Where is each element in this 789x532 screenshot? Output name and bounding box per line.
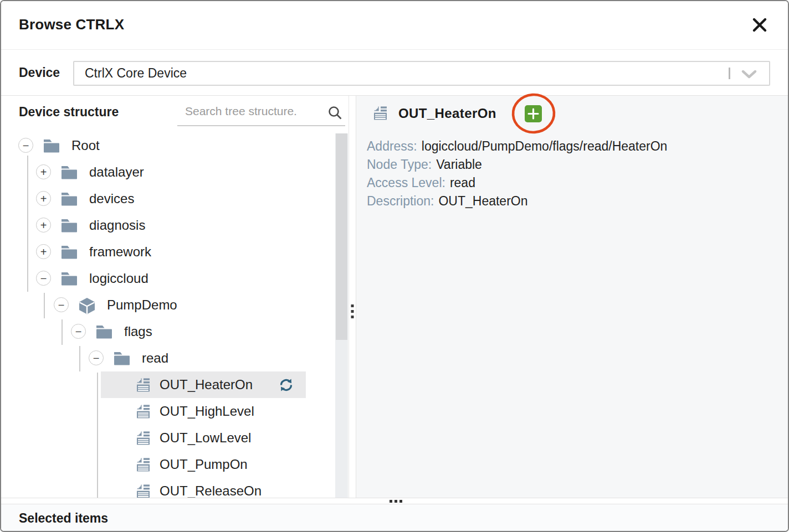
expander-plus-button[interactable]: +: [36, 244, 51, 259]
tree-item[interactable]: OUT_HeaterOn: [1, 371, 332, 398]
expander-plus-button[interactable]: +: [36, 164, 51, 179]
expander-minus-button[interactable]: −: [54, 297, 69, 312]
variable-icon: [136, 483, 151, 498]
expander-minus-button[interactable]: −: [89, 350, 104, 365]
folder-icon: [61, 191, 78, 208]
node-title: OUT_HeaterOn: [398, 106, 496, 121]
expander-minus-button[interactable]: −: [18, 138, 33, 153]
folder-icon: [96, 324, 112, 341]
tree-item-label: flags: [124, 318, 152, 345]
folder-icon: [61, 164, 78, 182]
folder-icon: [114, 350, 130, 368]
folder-icon: [43, 138, 60, 155]
select-separator: [729, 68, 730, 79]
detail-fields: Address:logiccloud/PumpDemo/flags/read/H…: [367, 137, 667, 210]
browse-ctrlx-dialog: Browse CTRLX Device CtrlX Core Device De…: [0, 0, 789, 532]
node-detail-panel: OUT_HeaterOn Address:logiccloud/PumpDemo…: [356, 96, 788, 498]
folder-icon: [61, 244, 78, 261]
tree-item[interactable]: OUT_LowLevel: [1, 425, 332, 451]
field-value: OUT_HeaterOn: [438, 194, 527, 208]
splitter-handle-dots: [351, 304, 354, 318]
dialog-header: Browse CTRLX: [1, 1, 788, 50]
field-label: Access Level:: [367, 175, 445, 190]
expander-plus-button[interactable]: +: [36, 218, 51, 233]
device-tree: −Root+datalayer+devices+diagnosis+framew…: [1, 96, 349, 498]
tree-scrollbar-track[interactable]: [335, 133, 348, 498]
bottom-splitter[interactable]: [1, 498, 788, 504]
dialog-window: Browse CTRLX Device CtrlX Core Device De…: [0, 0, 789, 532]
plus-icon: [525, 105, 542, 122]
field-value: Variable: [436, 157, 482, 172]
tree-item[interactable]: +diagnosis: [1, 212, 332, 239]
variable-icon: [136, 457, 151, 474]
tree-item[interactable]: OUT_HighLevel: [1, 398, 332, 425]
folder-icon: [61, 218, 78, 235]
chevron-down-icon: [741, 70, 757, 79]
tree-item[interactable]: −Root: [1, 132, 332, 159]
tree-item[interactable]: +datalayer: [1, 159, 332, 185]
expander-minus-button[interactable]: −: [36, 271, 51, 286]
detail-field: Access Level:read: [367, 174, 667, 192]
tree-item[interactable]: −read: [1, 345, 332, 371]
dialog-title: Browse CTRLX: [19, 16, 124, 33]
detail-field: Description:OUT_HeaterOn: [367, 192, 667, 210]
expander-minus-button[interactable]: −: [71, 324, 86, 339]
variable-icon: [136, 430, 151, 448]
variable-icon: [373, 105, 388, 123]
folder-icon: [61, 271, 78, 288]
tree-item-label: Root: [71, 132, 100, 159]
tree-item[interactable]: OUT_ReleaseOn: [1, 478, 332, 498]
refresh-icon[interactable]: [279, 378, 294, 395]
tree-item[interactable]: −PumpDemo: [1, 292, 332, 318]
expander-plus-button[interactable]: +: [36, 191, 51, 206]
tree-scrollbar-thumb[interactable]: [336, 133, 347, 340]
close-icon: [752, 17, 767, 33]
tree-item-label: devices: [89, 185, 134, 212]
device-row: Device CtrlX Core Device: [1, 50, 788, 96]
tree-item[interactable]: OUT_PumpOn: [1, 451, 332, 478]
tree-item-label: OUT_PumpOn: [160, 451, 248, 478]
tree-item-label: datalayer: [89, 159, 144, 185]
tree-item-label: read: [142, 345, 168, 371]
tree-item-label: OUT_LowLevel: [160, 425, 251, 451]
field-label: Description:: [367, 194, 434, 208]
tree-item[interactable]: −flags: [1, 318, 332, 345]
device-select-value: CtrlX Core Device: [85, 62, 187, 85]
add-node-button[interactable]: [525, 105, 542, 122]
panel-splitter[interactable]: [349, 96, 356, 498]
field-value: read: [450, 175, 475, 190]
tree-item-label: diagnosis: [89, 212, 145, 239]
tree-item-label: OUT_HighLevel: [160, 398, 254, 425]
tree-item-label: OUT_ReleaseOn: [160, 478, 262, 498]
detail-field: Node Type:Variable: [367, 156, 667, 174]
tree-item-label: OUT_HeaterOn: [160, 371, 253, 398]
device-label: Device: [19, 50, 60, 95]
device-structure-panel: Device structure −Root+datalayer+devices…: [1, 96, 349, 498]
close-button[interactable]: [750, 16, 769, 34]
device-select[interactable]: CtrlX Core Device: [73, 61, 770, 86]
tree-item[interactable]: +devices: [1, 185, 332, 212]
selected-items-section: Selected items: [1, 504, 788, 531]
selected-items-title: Selected items: [19, 504, 108, 532]
tree-item-label: PumpDemo: [107, 292, 177, 318]
tree-item[interactable]: +framework: [1, 239, 332, 265]
field-label: Node Type:: [367, 157, 432, 172]
field-label: Address:: [367, 139, 417, 153]
variable-icon: [136, 377, 151, 395]
cube-icon: [79, 297, 95, 317]
field-value: logiccloud/PumpDemo/flags/read/HeaterOn: [422, 139, 668, 153]
tree-item-label: framework: [89, 239, 151, 265]
variable-icon: [136, 404, 151, 421]
splitter-handle-dots: [390, 500, 402, 503]
detail-field: Address:logiccloud/PumpDemo/flags/read/H…: [367, 137, 667, 156]
tree-item[interactable]: −logiccloud: [1, 265, 332, 292]
tree-item-label: logiccloud: [89, 265, 148, 292]
